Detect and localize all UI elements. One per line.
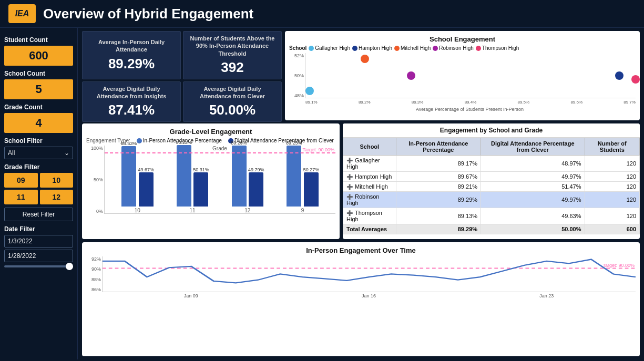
col-school: School — [343, 138, 396, 156]
metric-digital-clever-label: Average Digital Daily Attendance from Cl… — [189, 85, 276, 100]
table-header-row: School In-Person Attendance Percentage D… — [343, 138, 640, 156]
bar-group-11: 90.22% 50.31% 11 — [176, 140, 209, 213]
col-students: Number of Students — [585, 138, 640, 156]
student-count-value: 600 — [4, 46, 73, 66]
bar-pair-12: 89.29% 49.79% — [231, 140, 264, 207]
scatter-dot-thompson — [631, 75, 640, 84]
date-filter-label: Date Filter — [4, 225, 73, 233]
scatter-legend-school-label: School — [289, 45, 306, 51]
sidebar: Student Count 600 School Count 5 Grade C… — [0, 28, 78, 359]
grade-label-12: 12 — [244, 208, 250, 213]
cell-inperson: 89.21% — [396, 182, 481, 192]
grade-y-labels: 100% 50% 0% — [86, 146, 103, 214]
target-line — [105, 152, 335, 153]
target-label: Target: 90.00% — [302, 147, 334, 152]
cell-inperson: 89.13% — [396, 208, 481, 224]
grade-chart-title: Grade-Level Engagement — [86, 128, 335, 136]
header: IEA Overview of Hybrid Engagement — [0, 0, 644, 28]
grade-chart: Grade-Level Engagement Engagement Type: … — [82, 123, 340, 239]
cell-students: 120 — [585, 156, 640, 172]
bar-10-digital — [139, 172, 154, 207]
scatter-dot-mitchell — [361, 55, 369, 63]
scatter-dot-hampton — [615, 71, 623, 80]
date-start-input[interactable]: 1/3/2022 — [4, 235, 73, 247]
cell-digital: 49.97% — [481, 172, 585, 182]
grade-button-10[interactable]: 10 — [40, 173, 74, 188]
cell-total-inperson: 89.29% — [396, 224, 481, 234]
bar-11-inperson — [177, 145, 191, 207]
grade-label-9: 9 — [301, 208, 304, 213]
cell-digital: 49.97% — [481, 192, 585, 208]
grade-button-09[interactable]: 09 — [4, 173, 38, 188]
page-title: Overview of Hybrid Engagement — [43, 6, 253, 22]
school-filter-label: School Filter — [4, 137, 73, 145]
metric-digital-clever-value: 50.00% — [209, 102, 255, 118]
scatter-x-labels: 89.1% 89.2% 89.3% 89.4% 89.5% 89.6% 89.7… — [305, 100, 636, 105]
bar-group-12: 89.29% 49.79% 12 — [231, 140, 264, 213]
table-total-row: Total Averages 89.29% 50.00% 600 — [343, 224, 640, 234]
slider-thumb[interactable] — [66, 263, 73, 270]
date-end-input[interactable]: 1/28/2022 — [4, 250, 73, 262]
metric-students-threshold-label: Number of Students Above the 90% In-Pers… — [189, 35, 276, 57]
cell-total-digital: 50.00% — [481, 224, 585, 234]
legend-mitchell: Mitchell High — [394, 45, 431, 51]
metric-cards: Average In-Person Daily Attendance 89.29… — [82, 31, 282, 120]
bar-pair-10: 88.53% 49.67% — [121, 141, 154, 207]
school-count-label: School Count — [4, 70, 73, 77]
student-count-label: Student Count — [4, 36, 73, 44]
metric-students-threshold-value: 392 — [221, 59, 243, 76]
main-layout: Student Count 600 School Count 5 Grade C… — [0, 28, 644, 359]
bar-10-inperson — [121, 146, 136, 207]
col-digital: Digital Attendance Percentage from Cleve… — [481, 138, 585, 156]
school-count-value: 5 — [4, 79, 73, 99]
grade-filter-label: Grade Filter — [4, 163, 73, 171]
cell-total-label: Total Averages — [343, 224, 396, 234]
cell-total-students: 600 — [585, 224, 640, 234]
metric-digital-insights-label: Average Digital Daily Attendance from In… — [88, 85, 175, 100]
slider-track — [4, 265, 73, 267]
legend-thompson: Thompson High — [476, 45, 519, 51]
grade-button-12[interactable]: 12 — [40, 190, 74, 204]
metric-digital-insights: Average Digital Daily Attendance from In… — [82, 81, 181, 122]
table-row: ➕Thompson High 89.13% 49.63% 120 — [343, 208, 640, 224]
line-chart-area: 92% 90% 88% 86% Target — [86, 256, 636, 298]
grade-count-value: 4 — [4, 113, 73, 133]
scatter-dot-robinson — [407, 71, 415, 80]
date-slider[interactable] — [4, 265, 73, 267]
line-x-labels: Jan 09 Jan 16 Jan 23 — [102, 293, 636, 298]
bar-11-digital — [193, 172, 208, 207]
school-engagement-title: School Engagement — [289, 35, 636, 43]
content-area: Average In-Person Daily Attendance 89.29… — [78, 28, 644, 359]
scatter-plot-area: 89.1% 89.2% 89.3% 89.4% 89.5% 89.6% 89.7… — [305, 53, 636, 98]
cell-school: ➕Hampton High — [343, 172, 396, 182]
cell-digital: 49.63% — [481, 208, 585, 224]
line-chart-title: In-Person Engagement Over Time — [86, 246, 636, 254]
table-row: ➕Gallagher High 89.17% 48.97% 120 — [343, 156, 640, 172]
cell-school: ➕Robinson High — [343, 192, 396, 208]
grade-label-10: 10 — [135, 208, 140, 213]
line-target-label: Target: 90.00% — [602, 263, 635, 268]
logo-text: IEA — [15, 9, 29, 18]
legend-hampton: Hampton High — [352, 45, 392, 51]
grade-label-11: 11 — [190, 208, 196, 213]
cell-school: ➕Gallagher High — [343, 156, 396, 172]
chevron-down-icon: ⌄ — [64, 149, 69, 157]
bar-12-digital — [249, 172, 263, 207]
line-chart-svg — [103, 256, 636, 292]
cell-inperson: 89.67% — [396, 172, 481, 182]
bar-groups: 88.53% 49.67% 10 — [105, 146, 335, 213]
reset-filter-button[interactable]: Reset Filter — [4, 208, 73, 221]
engagement-table: Engagement by School and Grade School In… — [343, 123, 640, 239]
bar-12-inperson — [232, 146, 247, 207]
cell-digital: 51.47% — [481, 182, 585, 192]
school-grade-table: School In-Person Attendance Percentage D… — [343, 138, 640, 234]
metric-digital-insights-value: 87.41% — [108, 102, 155, 118]
scatter-dot-gallagher — [305, 87, 314, 95]
line-y-labels: 92% 90% 88% 86% — [86, 256, 101, 292]
bar-9-inperson — [287, 146, 301, 207]
engagement-table-title: Engagement by School and Grade — [343, 123, 640, 138]
grade-button-11[interactable]: 11 — [4, 190, 38, 204]
top-row: Average In-Person Daily Attendance 89.29… — [82, 31, 640, 120]
legend-gallagher: Gallagher High — [309, 45, 350, 51]
school-filter-select[interactable]: All ⌄ — [4, 147, 73, 159]
